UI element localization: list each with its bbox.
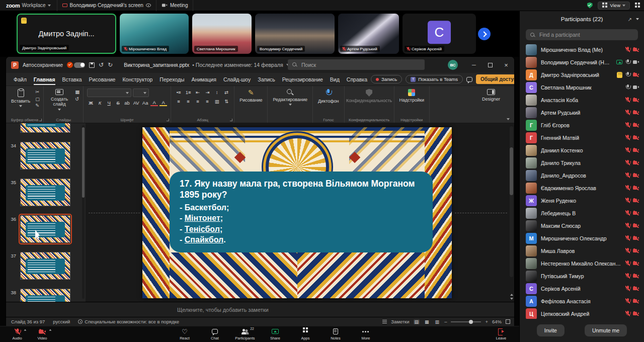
designer-button[interactable]: Designer <box>480 89 502 102</box>
comments-icon[interactable] <box>466 77 472 82</box>
slideshow-view-button[interactable]: ▥ <box>434 319 441 324</box>
mic-muted-icon[interactable] <box>625 273 630 279</box>
mic-muted-icon[interactable] <box>625 235 630 241</box>
mic-muted-icon[interactable] <box>625 185 630 191</box>
participant-row[interactable]: ММирошниченко Олександр <box>520 232 644 244</box>
video-options-caret[interactable] <box>49 329 52 330</box>
ribbon-tab-Вид[interactable]: Вид <box>327 74 343 85</box>
drawing-button[interactable]: ✎ Рисование <box>238 89 264 103</box>
ribbon-tab-Главная[interactable]: Главная <box>30 74 59 85</box>
font-tool-button[interactable]: Ж <box>87 99 95 106</box>
font-tool-button[interactable]: К <box>96 99 104 106</box>
zoom-slider-knob[interactable] <box>469 320 473 324</box>
font-tool-button[interactable]: S <box>114 99 122 106</box>
camera-off-icon[interactable] <box>633 98 639 102</box>
camera-off-icon[interactable] <box>633 160 639 165</box>
unmute-me-button[interactable]: Unmute me <box>585 324 627 336</box>
video-tile[interactable]: ССеріков Арсеній <box>403 14 476 54</box>
dialog-launcher-icon[interactable] <box>39 119 42 121</box>
ribbon-tab-Рецензирование[interactable]: Рецензирование <box>279 74 327 85</box>
toolbar-react-button[interactable]: ♡React <box>174 326 196 342</box>
ribbon-tab-Слайд-шоу[interactable]: Слайд-шоу <box>220 74 254 85</box>
canvas-nav-arrows[interactable] <box>510 294 513 300</box>
camera-off-icon[interactable] <box>633 148 639 152</box>
camera-off-icon[interactable] <box>633 72 639 77</box>
save-icon[interactable] <box>89 62 95 68</box>
clipboard-tool-icon[interactable]: ▢ <box>35 97 40 102</box>
slide-thumbnail-33[interactable] <box>20 123 70 133</box>
dialog-launcher-icon[interactable] <box>230 119 232 121</box>
slide-thumbnail-36[interactable] <box>20 215 70 243</box>
share-button[interactable]: Общий доступ <box>476 74 514 84</box>
camera-off-icon[interactable] <box>633 110 639 115</box>
paragraph-tool-button[interactable]: ↕ <box>213 89 221 96</box>
paragraph-tool-button[interactable]: ⇥ <box>203 89 211 96</box>
toolbar-apps-button[interactable]: Apps <box>294 326 316 342</box>
toolbar-share-button[interactable]: Share <box>264 326 286 342</box>
participant-row[interactable]: Данило Трикула <box>520 156 644 169</box>
slide-thumbnail-34[interactable] <box>20 142 70 169</box>
font-tool-button[interactable]: А <box>159 99 167 106</box>
toolbar-audio-button[interactable]: Audio <box>6 326 28 342</box>
minimize-button[interactable]: ─ <box>466 57 482 73</box>
paste-button[interactable]: Вставить <box>10 89 32 108</box>
video-tile[interactable]: Мірошниченко Влад <box>120 14 189 54</box>
paragraph-align-button[interactable]: ≡ <box>203 98 211 105</box>
participant-search-input[interactable] <box>538 31 633 38</box>
paragraph-tool-button[interactable]: 1≡ <box>184 89 192 96</box>
toolbar-video-button[interactable]: Video <box>31 326 53 342</box>
dialog-launcher-icon[interactable] <box>167 119 169 121</box>
collapse-ribbon-icon[interactable] <box>507 118 510 120</box>
close-button[interactable]: × <box>498 57 514 73</box>
ribbon-tab-Анимация[interactable]: Анимация <box>188 74 220 85</box>
zoom-out-button[interactable]: – <box>444 319 447 324</box>
participant-row[interactable]: АФефілова Анастасія <box>520 295 644 307</box>
apps-grid-icon[interactable] <box>635 3 637 5</box>
participant-row[interactable]: Артем Рудський <box>520 106 644 119</box>
font-tool-button[interactable]: Аа <box>141 99 149 106</box>
zoom-in-button[interactable]: + <box>485 319 488 324</box>
slide-thumbnail-38[interactable] <box>20 289 70 302</box>
camera-off-icon[interactable] <box>633 135 639 140</box>
participant-row[interactable]: Мірошниченко Влад (Me) <box>520 43 644 56</box>
next-videos-button[interactable] <box>478 28 491 40</box>
zoom-slider[interactable] <box>451 321 481 322</box>
mic-muted-icon[interactable] <box>625 223 630 228</box>
invite-button[interactable]: Invite <box>537 324 565 336</box>
mic-muted-icon[interactable] <box>625 210 630 216</box>
camera-off-icon[interactable] <box>633 299 639 303</box>
mic-muted-icon[interactable] <box>625 286 630 291</box>
thumbnail-scrollbar[interactable] <box>82 125 85 299</box>
ribbon-tab-Справка[interactable]: Справка <box>343 74 371 85</box>
participant-search-box[interactable] <box>526 29 638 40</box>
participant-row[interactable]: Лебединець В <box>520 207 644 219</box>
account-avatar[interactable]: ВС <box>448 60 458 70</box>
audio-options-caret[interactable] <box>24 329 27 330</box>
redo-icon[interactable]: ↻ <box>108 62 113 68</box>
participant-row[interactable]: ЖЖеня Руденко <box>520 194 644 207</box>
undo-icon[interactable]: ↺ <box>99 62 104 68</box>
toolbar-chat-button[interactable]: Chat <box>204 326 226 342</box>
search-box[interactable] <box>288 59 425 70</box>
canvas-scrollbar[interactable] <box>510 126 513 277</box>
camera-off-icon[interactable] <box>633 236 639 240</box>
video-tile[interactable]: Дмитро Задніп...Дмитро Задніпровський <box>17 14 116 54</box>
camera-off-icon[interactable] <box>633 248 639 253</box>
maximize-button[interactable] <box>482 57 498 73</box>
dictate-button[interactable]: Диктофон <box>316 89 341 104</box>
participant-row[interactable]: ССветлана Мирошник <box>520 81 644 94</box>
camera-off-icon[interactable] <box>633 211 639 215</box>
font-name-select[interactable] <box>87 89 131 97</box>
autosave-toggle[interactable] <box>67 62 85 68</box>
participant-row[interactable]: Нестеренко Михайло Олександрович <box>520 257 644 270</box>
paragraph-align-button[interactable]: ≡ <box>175 98 183 105</box>
mic-muted-icon[interactable] <box>625 298 630 304</box>
participant-row[interactable]: ДДмитро Задніпровський <box>520 68 644 81</box>
font-tool-button[interactable]: А <box>150 99 158 106</box>
mic-muted-icon[interactable] <box>625 122 630 128</box>
paragraph-align-button[interactable]: ▥ <box>213 98 221 105</box>
tab-meeting[interactable]: Meeting <box>156 0 194 11</box>
ribbon-tab-Конструктор[interactable]: Конструктор <box>119 74 156 85</box>
slide-thumbnail-35[interactable] <box>20 179 70 206</box>
clipboard-tool-icon[interactable]: ✎ <box>35 103 40 108</box>
